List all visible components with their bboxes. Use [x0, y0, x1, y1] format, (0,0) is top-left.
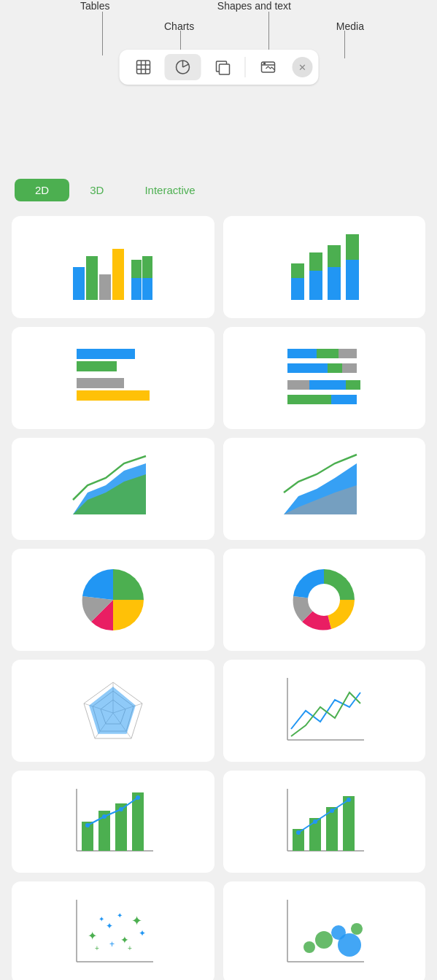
svg-point-9 — [263, 63, 265, 64]
svg-rect-34 — [328, 363, 342, 373]
svg-rect-36 — [287, 380, 309, 390]
chart-bubble[interactable] — [223, 881, 426, 980]
svg-rect-25 — [346, 234, 359, 260]
top-labels-area: Tables Charts Shapes and text Media — [0, 0, 437, 84]
svg-rect-72 — [343, 796, 355, 851]
chart-grid: ✦ ✦ ✦ ✦ ✦ ✦ ✦ + + + — [0, 216, 437, 980]
svg-text:✦: ✦ — [106, 921, 113, 931]
svg-rect-10 — [73, 267, 85, 300]
svg-rect-18 — [291, 278, 304, 300]
main-panel: 2D 3D Interactive — [0, 84, 437, 980]
close-button[interactable]: ✕ — [292, 57, 312, 77]
label-shapes: Shapes and text — [217, 0, 291, 12]
svg-rect-27 — [77, 361, 117, 371]
arrow-shapes — [268, 12, 269, 55]
chart-combo1[interactable] — [12, 771, 214, 873]
svg-point-63 — [85, 823, 90, 827]
label-charts: Charts — [164, 20, 194, 32]
svg-rect-32 — [339, 349, 357, 358]
toolbar: ✕ — [119, 50, 318, 85]
svg-text:✦: ✦ — [88, 930, 97, 942]
svg-rect-24 — [346, 260, 359, 300]
svg-rect-15 — [131, 260, 142, 278]
chart-area[interactable] — [12, 438, 214, 540]
svg-point-74 — [313, 819, 317, 824]
svg-rect-19 — [291, 263, 304, 278]
svg-rect-28 — [77, 378, 124, 388]
shapes-button[interactable] — [204, 54, 240, 80]
tab-2d[interactable]: 2D — [15, 179, 69, 201]
arrow-tables — [102, 12, 103, 55]
chart-bar-stacked[interactable] — [223, 216, 426, 318]
svg-rect-20 — [309, 271, 322, 300]
chart-scatter[interactable]: ✦ ✦ ✦ ✦ ✦ ✦ ✦ + + + — [12, 881, 214, 980]
media-button[interactable] — [250, 54, 286, 80]
chart-area-stacked[interactable] — [223, 438, 426, 540]
label-media: Media — [336, 20, 364, 32]
svg-text:✦: ✦ — [117, 911, 123, 919]
svg-rect-22 — [328, 267, 341, 300]
svg-text:✦: ✦ — [139, 928, 146, 938]
svg-rect-0 — [136, 61, 150, 74]
svg-rect-30 — [287, 349, 317, 358]
svg-rect-13 — [112, 249, 124, 300]
tab-interactive[interactable]: Interactive — [124, 179, 215, 201]
chart-bar-grouped[interactable] — [12, 216, 214, 318]
svg-rect-26 — [77, 349, 135, 359]
svg-rect-35 — [342, 363, 357, 373]
svg-point-95 — [351, 923, 363, 935]
chart-pie[interactable] — [12, 549, 214, 651]
svg-rect-14 — [131, 278, 142, 300]
svg-point-66 — [136, 795, 140, 800]
svg-point-76 — [347, 798, 351, 802]
chart-hbar-grouped[interactable] — [12, 327, 214, 429]
svg-text:✦: ✦ — [98, 915, 104, 923]
svg-rect-38 — [346, 380, 360, 390]
svg-point-75 — [330, 809, 334, 813]
svg-rect-31 — [317, 349, 339, 358]
svg-rect-29 — [77, 390, 150, 401]
toolbar-divider — [244, 57, 245, 77]
svg-marker-42 — [73, 474, 146, 514]
label-tables: Tables — [80, 0, 109, 12]
svg-text:+: + — [109, 939, 115, 949]
svg-rect-23 — [328, 245, 341, 267]
svg-text:+: + — [128, 944, 132, 952]
svg-rect-11 — [86, 256, 98, 300]
svg-rect-40 — [331, 395, 357, 404]
svg-text:✦: ✦ — [131, 914, 142, 928]
charts-button[interactable] — [164, 54, 201, 80]
svg-point-91 — [303, 941, 315, 953]
svg-rect-7 — [219, 64, 229, 74]
chart-combo2[interactable] — [223, 771, 426, 873]
arrow-media — [344, 31, 345, 58]
tables-button[interactable] — [125, 54, 161, 80]
svg-rect-12 — [99, 274, 111, 300]
svg-point-65 — [119, 807, 123, 811]
chart-radar[interactable] — [12, 660, 214, 762]
svg-point-64 — [102, 814, 107, 819]
tab-3d[interactable]: 3D — [69, 179, 124, 201]
svg-rect-33 — [287, 363, 328, 373]
svg-point-73 — [296, 830, 301, 835]
svg-rect-17 — [142, 278, 152, 300]
svg-point-45 — [308, 584, 340, 616]
svg-rect-37 — [309, 380, 346, 390]
svg-rect-39 — [287, 395, 331, 404]
svg-rect-21 — [309, 252, 322, 271]
chart-hbar-stacked[interactable] — [223, 327, 426, 429]
chart-donut[interactable] — [223, 549, 426, 651]
svg-point-92 — [315, 931, 333, 949]
svg-point-94 — [338, 933, 361, 957]
svg-text:+: + — [95, 944, 99, 952]
chart-line[interactable] — [223, 660, 426, 762]
view-tabs: 2D 3D Interactive — [0, 179, 437, 201]
